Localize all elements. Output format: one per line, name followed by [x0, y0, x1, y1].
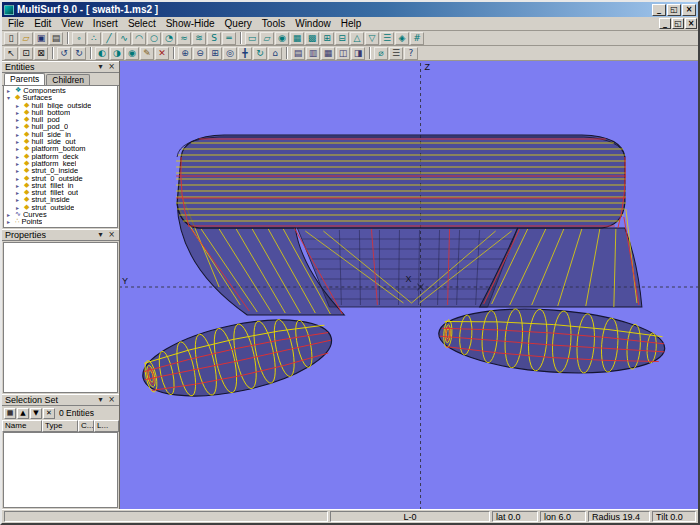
chevron-right-icon[interactable]: ▸ — [16, 131, 22, 138]
rotate-view-icon[interactable]: ↻ — [253, 47, 267, 60]
insert-swept-surface-icon[interactable]: ▩ — [305, 32, 319, 45]
insert-knot-icon[interactable]: ◈ — [395, 32, 409, 45]
doc-minimize-button[interactable]: _ — [659, 18, 671, 29]
zoom-fit-icon[interactable]: ◎ — [223, 47, 237, 60]
zoom-in-icon[interactable]: ⊕ — [178, 47, 192, 60]
column-header-type[interactable]: Type — [42, 420, 78, 432]
tree-item-hull-pod[interactable]: ▸◆hull_pod — [4, 116, 117, 123]
hide-icon[interactable]: ◑ — [110, 47, 124, 60]
insert-bcurve-icon[interactable]: ≈ — [177, 32, 191, 45]
menu-edit[interactable]: Edit — [29, 17, 56, 30]
insert-polygon-icon[interactable]: ▽ — [365, 32, 379, 45]
insert-ruled-surface-icon[interactable]: ▱ — [260, 32, 274, 45]
minimize-button[interactable]: _ — [652, 4, 666, 16]
menu-view[interactable]: View — [56, 17, 88, 30]
insert-frame-icon[interactable]: # — [410, 32, 424, 45]
deselect-all-icon[interactable]: ⊠ — [34, 47, 48, 60]
menu-show-hide[interactable]: Show-Hide — [161, 17, 220, 30]
tree-item-strut-inside[interactable]: ▸◆strut_inside — [4, 196, 117, 203]
select-fence-icon[interactable]: ⊡ — [19, 47, 33, 60]
help-icon[interactable]: ? — [404, 47, 418, 60]
insert-ccurve-icon[interactable]: ≋ — [192, 32, 206, 45]
selection-move-up-icon[interactable]: ▲ — [17, 408, 29, 419]
chevron-right-icon[interactable]: ▸ — [16, 160, 22, 167]
doc-close-button[interactable]: × — [685, 18, 697, 29]
tree-item-strut-0-outside[interactable]: ▸◆strut_0_outside — [4, 175, 117, 182]
tree-item-platform-deck[interactable]: ▸◆platform_deck — [4, 153, 117, 160]
insert-translation-surface-icon[interactable]: ⊟ — [335, 32, 349, 45]
chevron-right-icon[interactable]: ▸ — [16, 153, 22, 160]
chevron-right-icon[interactable]: ▸ — [16, 116, 22, 123]
chevron-right-icon[interactable]: ▸ — [16, 167, 22, 174]
chevron-down-icon[interactable]: ▾ — [7, 94, 13, 101]
insert-conic-icon[interactable]: ◔ — [162, 32, 176, 45]
selection-list[interactable] — [3, 432, 118, 508]
chevron-right-icon[interactable]: ▸ — [16, 138, 22, 145]
view-front-icon[interactable]: ▤ — [291, 47, 305, 60]
show-all-icon[interactable]: ◉ — [125, 47, 139, 60]
menu-select[interactable]: Select — [123, 17, 161, 30]
zoom-out-icon[interactable]: ⊖ — [193, 47, 207, 60]
column-header-c-[interactable]: C... — [78, 420, 94, 432]
restore-button[interactable]: ◱ — [667, 4, 681, 16]
tree-item-components[interactable]: ▸❖Components — [4, 87, 117, 94]
selection-clear-icon[interactable]: ✕ — [43, 408, 55, 419]
insert-line-icon[interactable]: ╱ — [102, 32, 116, 45]
doc-restore-button[interactable]: ◱ — [672, 18, 684, 29]
tree-item-strut-0-inside[interactable]: ▸◆strut_0_inside — [4, 167, 117, 174]
zoom-window-icon[interactable]: ⊞ — [208, 47, 222, 60]
chevron-right-icon[interactable]: ▸ — [16, 196, 22, 203]
chevron-right-icon[interactable]: ▸ — [7, 211, 13, 218]
tree-item-hull-bilge-outside[interactable]: ▸◆hull_bilge_outside — [4, 102, 117, 109]
entities-close-icon[interactable]: × — [107, 63, 116, 71]
insert-lofted-surface-icon[interactable]: ⊞ — [320, 32, 334, 45]
undo-icon[interactable]: ↺ — [57, 47, 71, 60]
insert-blended-surface-icon[interactable]: ▦ — [290, 32, 304, 45]
insert-polyline-icon[interactable]: ∿ — [117, 32, 131, 45]
insert-arc-icon[interactable]: ◠ — [132, 32, 146, 45]
insert-circle-icon[interactable]: ○ — [147, 32, 161, 45]
viewport[interactable]: Z Y X — [120, 61, 698, 509]
selection-close-icon[interactable]: × — [107, 396, 116, 404]
selection-menu-icon[interactable]: ▾ — [96, 396, 105, 404]
print-icon[interactable]: ▤ — [49, 32, 63, 45]
chevron-right-icon[interactable]: ▸ — [16, 123, 22, 130]
chevron-right-icon[interactable]: ▸ — [16, 189, 22, 196]
selection-move-down-icon[interactable]: ▼ — [30, 408, 42, 419]
chevron-right-icon[interactable]: ▸ — [16, 109, 22, 116]
insert-trimesh-icon[interactable]: △ — [350, 32, 364, 45]
menu-file[interactable]: File — [3, 17, 29, 30]
file-new-icon[interactable]: ▯ — [4, 32, 18, 45]
properties-menu-icon[interactable]: ▾ — [96, 231, 105, 239]
view-home-icon[interactable]: ⌂ — [268, 47, 282, 60]
view-top-icon[interactable]: ▦ — [321, 47, 335, 60]
edit-definition-icon[interactable]: ✎ — [140, 47, 154, 60]
file-open-icon[interactable]: ▱ — [19, 32, 33, 45]
menu-window[interactable]: Window — [290, 17, 336, 30]
pan-view-icon[interactable]: ╋ — [238, 47, 252, 60]
chevron-right-icon[interactable]: ▸ — [7, 218, 13, 225]
entities-menu-icon[interactable]: ▾ — [96, 63, 105, 71]
tree-item-strut-fillet-in[interactable]: ▸◆strut_fillet_in — [4, 182, 117, 189]
tree-item-platform-keel[interactable]: ▸◆platform_keel — [4, 160, 117, 167]
column-header-l-[interactable]: L... — [94, 420, 119, 432]
close-button[interactable]: × — [682, 4, 696, 16]
selection-grid-icon[interactable]: ▦ — [4, 408, 16, 419]
chevron-right-icon[interactable]: ▸ — [16, 145, 22, 152]
tree-item-hull-pod-0[interactable]: ▸◆hull_pod_0 — [4, 123, 117, 130]
menu-help[interactable]: Help — [336, 17, 367, 30]
tab-children[interactable]: Children — [46, 74, 90, 85]
column-header-name[interactable]: Name — [2, 420, 42, 432]
view-side-icon[interactable]: ▥ — [306, 47, 320, 60]
tree-item-platform-bottom[interactable]: ▸◆platform_bottom — [4, 145, 117, 152]
select-pointer-icon[interactable]: ↖ — [4, 47, 18, 60]
show-icon[interactable]: ◐ — [95, 47, 109, 60]
insert-revolution-surface-icon[interactable]: ◉ — [275, 32, 289, 45]
tree-item-curves[interactable]: ▸∿Curves — [4, 211, 117, 218]
insert-points-icon[interactable]: ∴ — [87, 32, 101, 45]
tree-item-hull-bottom[interactable]: ▸◆hull_bottom — [4, 109, 117, 116]
chevron-right-icon[interactable]: ▸ — [7, 87, 13, 94]
options-icon[interactable]: ☰ — [389, 47, 403, 60]
tree-item-strut-fillet-out[interactable]: ▸◆strut_fillet_out — [4, 189, 117, 196]
insert-surface-icon[interactable]: ▭ — [245, 32, 259, 45]
